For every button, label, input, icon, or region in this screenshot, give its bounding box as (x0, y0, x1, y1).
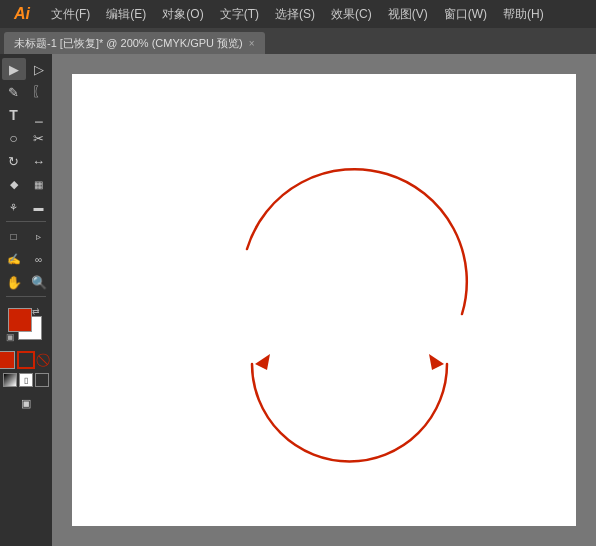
gradient-mode-icon[interactable] (35, 373, 49, 387)
tab-label: 未标题-1 [已恢复]* @ 200% (CMYK/GPU 预览) (14, 36, 243, 51)
selection-tool[interactable]: ▶ (2, 58, 26, 80)
menu-view[interactable]: 视图(V) (381, 3, 435, 26)
tool-row-blend: ✍ ∞ (0, 248, 52, 270)
menu-select[interactable]: 选择(S) (268, 3, 322, 26)
tab-bar: 未标题-1 [已恢复]* @ 200% (CMYK/GPU 预览) × (0, 28, 596, 54)
foreground-color-swatch[interactable] (8, 308, 32, 332)
document-tab[interactable]: 未标题-1 [已恢复]* @ 200% (CMYK/GPU 预览) × (4, 32, 265, 54)
reflect-tool[interactable]: ↔ (27, 150, 51, 172)
none-mode-icon[interactable]: ▯ (19, 373, 33, 387)
tab-close-button[interactable]: × (249, 38, 255, 49)
fill-button[interactable] (0, 351, 15, 369)
fill-stroke-modes: ⃠ (0, 351, 55, 369)
scissors-tool[interactable]: ✂ (27, 127, 51, 149)
tool-row-hand: ✋ 🔍 (0, 271, 52, 293)
color-mode-icon[interactable] (3, 373, 17, 387)
menu-file[interactable]: 文件(F) (44, 3, 97, 26)
menu-help[interactable]: 帮助(H) (496, 3, 551, 26)
menu-window[interactable]: 窗口(W) (437, 3, 494, 26)
svg-marker-0 (255, 354, 270, 370)
line-tool[interactable]: ⎯ (27, 104, 51, 126)
warp-tool[interactable]: ◆ (2, 173, 26, 195)
main-layout: ▶ ▷ ✎ 〖 T ⎯ ○ ✂ ↻ ↔ ◆ ▦ ⚘ ▬ (0, 54, 596, 546)
tool-row-rotate: ↻ ↔ (0, 150, 52, 172)
blend-tool[interactable]: ∞ (27, 248, 51, 270)
stroke-button[interactable] (17, 351, 35, 369)
divider-1 (6, 221, 46, 222)
free-transform-tool[interactable]: ▦ (27, 173, 51, 195)
rotate-tool[interactable]: ↻ (2, 150, 26, 172)
puppet-warp-tool[interactable]: ⚘ (2, 196, 26, 218)
curvature-tool[interactable]: 〖 (27, 81, 51, 103)
tool-row-symbol: ⚘ ▬ (0, 196, 52, 218)
default-colors-icon[interactable]: ▣ (6, 332, 15, 342)
color-swatches: ⇄ ▣ (4, 304, 48, 348)
menu-bar: 文件(F) 编辑(E) 对象(O) 文字(T) 选择(S) 效果(C) 视图(V… (44, 3, 588, 26)
screen-mode-button[interactable]: ▣ (14, 392, 38, 414)
hand-tool[interactable]: ✋ (2, 271, 26, 293)
eyedropper-tool[interactable]: ✍ (2, 248, 26, 270)
tool-row-warp: ◆ ▦ (0, 173, 52, 195)
screen-mode-row: ▣ (14, 392, 38, 414)
chart-tool[interactable]: ▹ (27, 225, 51, 247)
canvas-area (52, 54, 596, 546)
color-mode-row: ▯ (3, 373, 49, 387)
gradient-tool[interactable]: □ (2, 225, 26, 247)
ai-logo: Ai (8, 5, 36, 23)
toolbox: ▶ ▷ ✎ 〖 T ⎯ ○ ✂ ↻ ↔ ◆ ▦ ⚘ ▬ (0, 54, 52, 546)
menu-edit[interactable]: 编辑(E) (99, 3, 153, 26)
swap-colors-icon[interactable]: ⇄ (32, 306, 40, 316)
graph-tool[interactable]: ▬ (27, 196, 51, 218)
svg-marker-1 (429, 354, 444, 370)
title-bar: Ai 文件(F) 编辑(E) 对象(O) 文字(T) 选择(S) 效果(C) 视… (0, 0, 596, 28)
tool-row-pen: ✎ 〖 (0, 81, 52, 103)
zoom-tool[interactable]: 🔍 (27, 271, 51, 293)
tool-row-selection: ▶ ▷ (0, 58, 52, 80)
menu-effect[interactable]: 效果(C) (324, 3, 379, 26)
type-tool[interactable]: T (2, 104, 26, 126)
drawing-svg (52, 54, 596, 546)
tool-row-shape: ○ ✂ (0, 127, 52, 149)
tool-row-type: T ⎯ (0, 104, 52, 126)
menu-text[interactable]: 文字(T) (213, 3, 266, 26)
tool-row-gradient: □ ▹ (0, 225, 52, 247)
ellipse-tool[interactable]: ○ (2, 127, 26, 149)
direct-selection-tool[interactable]: ▷ (27, 58, 51, 80)
pen-tool[interactable]: ✎ (2, 81, 26, 103)
divider-2 (6, 296, 46, 297)
menu-object[interactable]: 对象(O) (155, 3, 210, 26)
